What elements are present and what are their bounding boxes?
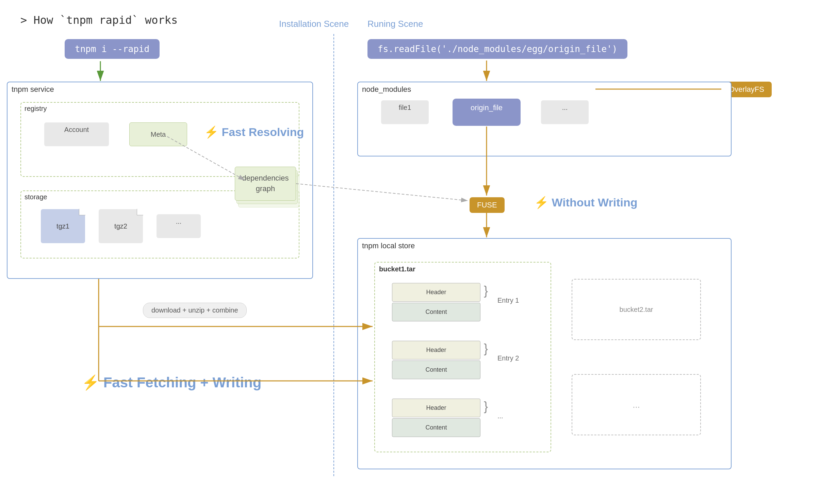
- scene-divider: [333, 34, 334, 476]
- fast-resolving-label: ⚡ Fast Resolving: [204, 125, 304, 139]
- entry1-label: Entry 1: [497, 297, 519, 304]
- entry3-brace: }: [484, 399, 488, 414]
- tar-header-1: Header: [392, 283, 480, 302]
- download-label: download + unzip + combine: [143, 303, 247, 318]
- node-modules-label: node_modules: [358, 82, 731, 97]
- diagram-container: > How `tnpm rapid` works Installation Sc…: [0, 0, 836, 504]
- without-writing-label: ⚡ Without Writing: [534, 196, 638, 209]
- tnpm-service-label: tnpm service: [7, 82, 312, 97]
- tar-header-2: Header: [392, 341, 480, 359]
- bucket1-label: bucket1.tar: [375, 263, 551, 276]
- tgz1-node: tgz1: [41, 209, 85, 243]
- entry1-brace: }: [484, 284, 488, 298]
- readfile-command-box: fs.readFile('./node_modules/egg/origin_f…: [367, 39, 627, 59]
- entry2-brace: }: [484, 341, 488, 356]
- running-scene-label: Runing Scene: [367, 19, 423, 29]
- origin-file-node: origin_file: [453, 99, 521, 126]
- storage-ellipsis-node: ...: [157, 214, 201, 238]
- tar-content-3: Content: [392, 418, 480, 437]
- bottom-ellipsis-box: ...: [572, 374, 701, 435]
- file1-node: file1: [381, 100, 429, 124]
- bucket2-box: bucket2.tar: [572, 279, 701, 340]
- account-node: Account: [44, 122, 109, 146]
- entry3-label: ...: [497, 412, 503, 420]
- bucket1-box: bucket1.tar Header Content Header Conten…: [374, 262, 551, 452]
- bottom-ellipsis-label: ...: [633, 400, 640, 410]
- registry-label: registry: [21, 103, 299, 115]
- tnpm-local-store-label: tnpm local store: [358, 239, 731, 253]
- dep-card-front: dependencies graph: [235, 167, 296, 201]
- dep-graph-label: dependencies graph: [242, 173, 289, 194]
- dep-graph-stack: dependencies graph: [235, 167, 296, 207]
- entry2-label: Entry 2: [497, 354, 519, 362]
- bucket2-label: bucket2.tar: [620, 306, 653, 314]
- tgz2-node: tgz2: [99, 209, 143, 243]
- fast-fetching-label: ⚡ Fast Fetching + Writing: [82, 374, 261, 391]
- fuse-box: FUSE: [470, 197, 505, 213]
- tar-header-3: Header: [392, 399, 480, 417]
- tar-content-1: Content: [392, 303, 480, 321]
- installation-scene-label: Installation Scene: [279, 19, 349, 29]
- meta-node: Meta: [129, 122, 187, 146]
- svg-line-13: [296, 184, 468, 201]
- tar-content-2: Content: [392, 360, 480, 379]
- node-modules-ellipsis: ...: [541, 100, 589, 124]
- tnpm-command-box: tnpm i --rapid: [65, 39, 160, 59]
